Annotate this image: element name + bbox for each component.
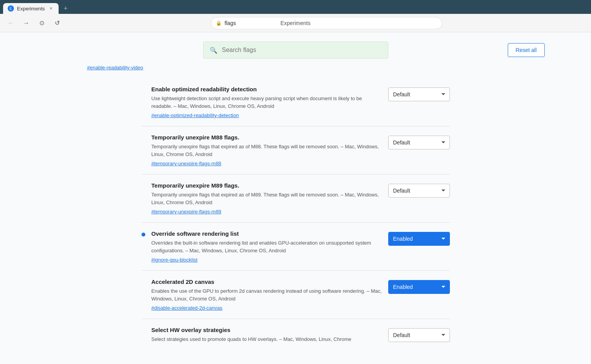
flag-select-gpu-blocklist[interactable]: DefaultEnabledDisabled: [388, 232, 450, 246]
flag-select-readability[interactable]: DefaultEnabledDisabled: [388, 87, 450, 101]
flag-title-gpu-blocklist: Override software rendering list: [152, 230, 382, 237]
tab-close-button[interactable]: ×: [48, 5, 54, 12]
search-icon: 🔍: [210, 47, 217, 54]
flags-list: Enable optimized readability detection U…: [64, 78, 527, 353]
flag-description-m88: Temporarily unexpire flags that expired …: [152, 143, 382, 158]
flag-content-readability: Enable optimized readability detection U…: [152, 86, 382, 118]
flag-content-gpu-blocklist: Override software rendering list Overrid…: [152, 230, 382, 263]
flag-entry-gpu-blocklist: Override software rendering list Overrid…: [141, 223, 450, 271]
flag-indicator-m88: [141, 136, 145, 140]
reset-all-button[interactable]: Reset all: [508, 43, 545, 57]
flag-control-2d-canvas[interactable]: DefaultEnabledDisabled: [388, 280, 450, 294]
flag-control-readability[interactable]: DefaultEnabledDisabled: [388, 87, 450, 101]
flag-entry-m88: Temporarily unexpire M88 flags. Temporar…: [141, 126, 450, 174]
back-button[interactable]: ←: [5, 17, 17, 29]
flag-description-gpu-blocklist: Overrides the built-in software renderin…: [152, 239, 382, 254]
flag-link-gpu-blocklist[interactable]: #ignore-gpu-blocklist: [152, 257, 198, 263]
flag-indicator-m89: [141, 185, 145, 188]
flag-control-m88[interactable]: DefaultEnabledDisabled: [388, 136, 450, 149]
main-content: 🔍 Reset all #enable-readability-video En…: [0, 32, 591, 364]
flag-content-m89: Temporarily unexpire M89 flags. Temporar…: [152, 182, 382, 215]
home-button[interactable]: ⊙: [35, 17, 48, 29]
flag-select-m88[interactable]: DefaultEnabledDisabled: [388, 136, 450, 149]
flag-title-readability: Enable optimized readability detection: [152, 86, 382, 92]
flag-title-m89: Temporarily unexpire M89 flags.: [152, 182, 382, 189]
flag-description-readability: Use lightweight detection script and exe…: [152, 95, 382, 110]
page-title-nav: Experiments: [281, 20, 311, 26]
flag-select-hw-overlay[interactable]: DefaultEnabledDisabled: [388, 328, 450, 342]
flag-link-readability[interactable]: #enable-optimized-readability-detection: [152, 112, 239, 118]
nav-bar: ← → ⊙ ↺ 🔒 flags Experiments: [0, 14, 591, 32]
browser-chrome: E Experiments × +: [0, 0, 591, 14]
flag-select-m89[interactable]: DefaultEnabledDisabled: [388, 184, 450, 198]
flag-indicator-2d-canvas: [141, 281, 145, 285]
flag-title-m88: Temporarily unexpire M88 flags.: [152, 134, 382, 141]
flag-select-2d-canvas[interactable]: DefaultEnabledDisabled: [388, 280, 450, 294]
flag-content-m88: Temporarily unexpire M88 flags. Temporar…: [152, 134, 382, 166]
forward-button[interactable]: →: [20, 17, 32, 29]
reload-button[interactable]: ↺: [51, 17, 63, 29]
flag-description-2d-canvas: Enables the use of the GPU to perform 2d…: [152, 287, 382, 302]
address-text: flags: [225, 20, 236, 26]
flag-link-2d-canvas[interactable]: #disable-accelerated-2d-canvas: [152, 305, 222, 311]
flag-indicator-hw-overlay: [141, 329, 145, 333]
orphan-flag-link[interactable]: #enable-readability-video: [77, 65, 591, 78]
flag-control-hw-overlay[interactable]: DefaultEnabledDisabled: [388, 328, 450, 342]
flag-description-m89: Temporarily unexpire flags that expired …: [152, 191, 382, 206]
tab-favicon: E: [8, 5, 14, 12]
flag-content-2d-canvas: Accelerated 2D canvas Enables the use of…: [152, 278, 382, 311]
flag-title-hw-overlay: Select HW overlay strategies: [152, 327, 382, 333]
flag-title-2d-canvas: Accelerated 2D canvas: [152, 278, 382, 285]
flag-control-gpu-blocklist[interactable]: DefaultEnabledDisabled: [388, 232, 450, 246]
flag-control-m89[interactable]: DefaultEnabledDisabled: [388, 184, 450, 198]
tab-bar: E Experiments × +: [3, 0, 71, 14]
flag-content-hw-overlay: Select HW overlay strategies Select stra…: [152, 327, 382, 346]
search-input[interactable]: [222, 47, 382, 54]
flag-indicator-readability: [141, 88, 145, 92]
flag-indicator-gpu-blocklist: [141, 233, 145, 237]
address-bar[interactable]: 🔒 flags: [211, 17, 442, 29]
flag-entry-2d-canvas: Accelerated 2D canvas Enables the use of…: [141, 271, 450, 319]
flag-link-m89[interactable]: #temporary-unexpire-flags-m89: [152, 209, 221, 215]
flag-link-m88[interactable]: #temporary-unexpire-flags-m88: [152, 161, 221, 166]
flag-entry-m89: Temporarily unexpire M89 flags. Temporar…: [141, 174, 450, 223]
active-tab[interactable]: E Experiments ×: [3, 3, 59, 14]
flag-entry-readability: Enable optimized readability detection U…: [141, 78, 450, 126]
new-tab-button[interactable]: +: [60, 3, 71, 14]
tab-label: Experiments: [17, 6, 45, 12]
flag-description-hw-overlay: Select strategies used to promote quads …: [152, 335, 382, 343]
flag-entry-hw-overlay: Select HW overlay strategies Select stra…: [141, 319, 450, 353]
search-box[interactable]: 🔍: [203, 42, 388, 59]
address-lock-icon: 🔒: [216, 20, 222, 26]
search-area: 🔍 Reset all: [0, 32, 591, 65]
